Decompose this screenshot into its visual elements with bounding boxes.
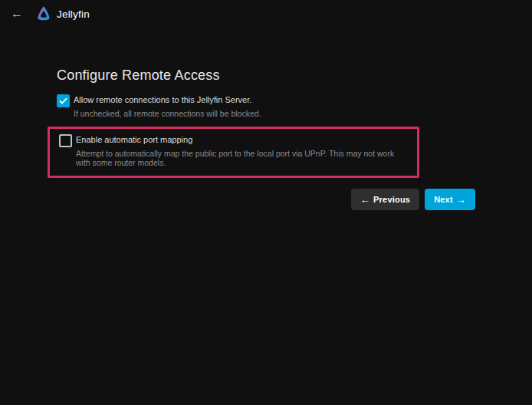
- remote-connections-checkbox-row[interactable]: Allow remote connections to this Jellyfi…: [57, 94, 475, 118]
- wizard-actions: ← Previous Next →: [57, 189, 475, 210]
- previous-button[interactable]: ← Previous: [351, 189, 419, 210]
- arrow-left-icon: ←: [360, 195, 370, 205]
- next-button-label: Next: [434, 195, 453, 204]
- next-button[interactable]: Next →: [425, 189, 475, 210]
- remote-connections-texts: Allow remote connections to this Jellyfi…: [74, 94, 261, 118]
- port-mapping-texts: Enable automatic port mapping Attempt to…: [76, 133, 408, 167]
- remote-connections-group: Allow remote connections to this Jellyfi…: [57, 94, 475, 118]
- port-mapping-checkbox[interactable]: [59, 134, 72, 147]
- annotation-highlight-box: Enable automatic port mapping Attempt to…: [48, 127, 419, 178]
- previous-button-label: Previous: [373, 195, 410, 204]
- port-mapping-label: Enable automatic port mapping: [76, 135, 408, 145]
- topbar: ← Jellyfin: [0, 0, 532, 28]
- back-button[interactable]: ←: [8, 5, 26, 23]
- port-mapping-checkbox-row[interactable]: Enable automatic port mapping Attempt to…: [59, 133, 408, 167]
- remote-connections-description: If unchecked, all remote connections wil…: [74, 109, 261, 118]
- arrow-right-icon: →: [456, 195, 466, 205]
- wizard-content: Configure Remote Access Allow remote con…: [57, 68, 475, 210]
- checkmark-icon: [58, 96, 68, 106]
- jellyfin-logo-icon: [35, 5, 52, 22]
- page-title: Configure Remote Access: [57, 68, 475, 84]
- remote-connections-checkbox[interactable]: [57, 94, 70, 107]
- port-mapping-description: Attempt to automatically map the public …: [76, 149, 408, 167]
- app-logo: Jellyfin: [35, 5, 90, 22]
- app-name: Jellyfin: [57, 8, 90, 20]
- back-arrow-icon: ←: [11, 8, 23, 20]
- remote-connections-label: Allow remote connections to this Jellyfi…: [74, 95, 261, 105]
